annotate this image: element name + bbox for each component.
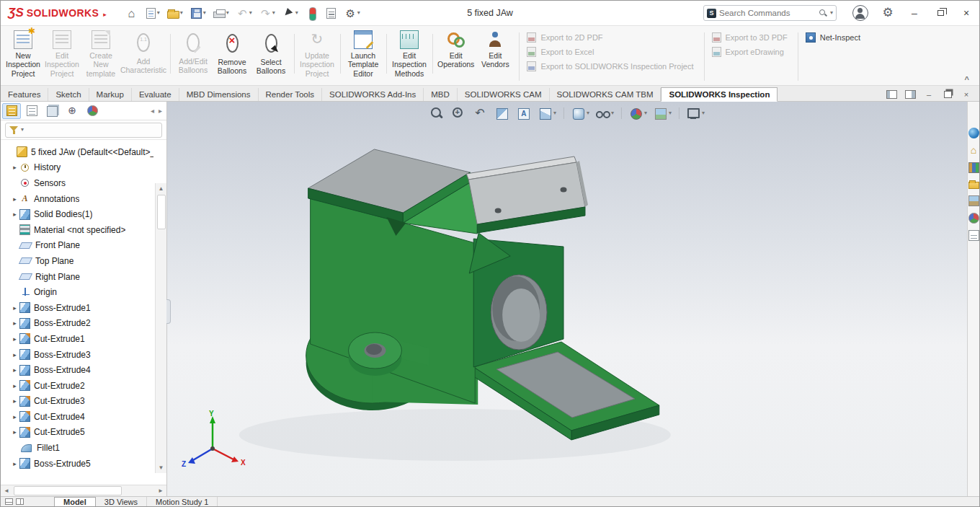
command-tab[interactable]: SOLIDWORKS Inspection — [661, 87, 778, 102]
split-horizontal-icon[interactable] — [5, 498, 13, 505]
quick-access-button[interactable]: ▾ — [233, 4, 255, 22]
expand-arrow-icon[interactable]: ▸ — [10, 164, 19, 171]
panel-splitter-handle[interactable] — [166, 299, 171, 324]
ribbon-button[interactable]: Edit Inspection Methods — [390, 28, 429, 79]
dropdown-caret-icon[interactable]: ▾ — [249, 10, 252, 16]
ribbon-button[interactable]: Add Characteristic — [120, 28, 166, 79]
hud-button[interactable]: ▾ — [650, 105, 674, 122]
quick-access-button[interactable]: ▾ — [210, 4, 232, 22]
hud-button[interactable] — [427, 105, 448, 122]
ribbon-button[interactable]: Create New template — [81, 28, 120, 79]
tabs-scroll-right-icon[interactable]: ▸ — [159, 107, 162, 115]
command-tab[interactable]: SOLIDWORKS CAM TBM — [550, 88, 662, 101]
dropdown-caret-icon[interactable]: ▾ — [357, 10, 360, 16]
reference-triad[interactable]: Y X Z — [180, 409, 249, 477]
doc-restore-icon[interactable] — [942, 89, 953, 100]
expand-arrow-icon[interactable]: ▸ — [10, 382, 19, 389]
ribbon-button[interactable]: Edit Vendors — [476, 28, 514, 79]
quick-access-button[interactable] — [323, 4, 340, 22]
split-vertical-icon[interactable] — [16, 498, 24, 505]
hud-button[interactable]: ▾ — [568, 105, 592, 122]
custom-properties-icon[interactable] — [968, 230, 979, 241]
model-3d-part[interactable] — [167, 102, 967, 496]
hud-button[interactable]: ▾ — [683, 105, 708, 122]
hud-button[interactable] — [448, 105, 470, 122]
tree-item[interactable]: ▸ Cut-Extrude5 — [2, 425, 153, 441]
export-button[interactable]: Export to 3D PDF — [712, 32, 788, 43]
expand-arrow-icon[interactable]: ▸ — [10, 397, 19, 405]
scroll-left-icon[interactable]: ◄ — [1, 488, 12, 494]
export-button[interactable]: Export to Excel — [527, 47, 693, 57]
tree-item[interactable]: ▸ Solid Bodies(1) — [2, 206, 153, 222]
dropdown-caret-icon[interactable]: ▾ — [180, 10, 183, 16]
hud-button[interactable] — [513, 105, 535, 122]
tree-item[interactable]: Front Plane — [2, 238, 153, 254]
tree-item[interactable]: Top Plane — [2, 253, 153, 269]
logo-caret-icon[interactable]: ▸ — [103, 11, 107, 18]
minimize-button[interactable]: – — [901, 1, 927, 26]
tree-item[interactable]: ▸ Boss-Extrude3 — [2, 347, 153, 363]
pane-right-icon[interactable] — [904, 89, 916, 100]
command-tab[interactable]: MBD Dimensions — [179, 88, 259, 101]
manager-tab[interactable] — [43, 103, 61, 119]
close-button[interactable]: × — [953, 1, 979, 26]
ribbon-collapse-button[interactable]: ^ — [962, 75, 972, 84]
tree-item[interactable]: ▸ Cut-Extrude3 — [2, 394, 153, 410]
command-tab[interactable]: Markup — [89, 88, 132, 101]
manager-tab[interactable] — [22, 103, 41, 119]
tree-item[interactable]: ▸ Boss-Extrude1 — [2, 300, 153, 316]
scroll-down-icon[interactable]: ▼ — [156, 462, 166, 473]
graphics-viewport[interactable]: ▾ ▾ ▾ ▾ — [167, 102, 967, 496]
doc-minimize-icon[interactable]: – — [923, 89, 935, 100]
dropdown-caret-icon[interactable]: ▾ — [272, 10, 275, 16]
hud-button[interactable]: ▾ — [535, 105, 559, 122]
manager-tab[interactable] — [2, 103, 21, 119]
ribbon-button[interactable]: Edit Operations — [436, 28, 476, 79]
tabs-scroll-left-icon[interactable]: ◂ — [151, 107, 154, 115]
ribbon-button[interactable]: Add/Edit Balloons — [174, 28, 213, 79]
tree-item[interactable]: ▸ Boss-Extrude2 — [2, 316, 153, 332]
scrollbar-thumb[interactable] — [14, 486, 122, 495]
dropdown-caret-icon[interactable]: ▾ — [611, 110, 614, 116]
command-tab[interactable]: Evaluate — [132, 88, 179, 101]
command-tab[interactable]: MBD — [424, 88, 458, 101]
tree-item[interactable]: Right Plane — [2, 269, 153, 285]
expand-arrow-icon[interactable]: ▸ — [10, 460, 19, 467]
hud-button[interactable]: ▾ — [625, 105, 650, 122]
ribbon-button[interactable]: Remove Balloons — [213, 28, 251, 79]
file-explorer-icon[interactable] — [968, 182, 979, 189]
quick-access-button[interactable]: ▾ — [342, 4, 363, 22]
tree-item[interactable]: ▸ History — [2, 160, 153, 176]
dropdown-caret-icon[interactable]: ▾ — [702, 110, 705, 116]
quick-access-button[interactable]: ▾ — [257, 4, 278, 22]
user-account-icon[interactable] — [852, 5, 868, 21]
command-tab[interactable]: Render Tools — [259, 88, 323, 101]
dropdown-caret-icon[interactable]: ▾ — [644, 110, 647, 116]
export-button[interactable]: Export to 2D PDF — [527, 32, 693, 43]
tree-item[interactable]: Fillet1 — [2, 440, 153, 456]
doc-close-icon[interactable]: × — [961, 89, 972, 100]
dropdown-caret-icon[interactable]: ▾ — [553, 110, 556, 116]
dropdown-caret-icon[interactable]: ▾ — [203, 10, 206, 16]
dropdown-caret-icon[interactable]: ▾ — [587, 110, 589, 116]
resources-home-icon[interactable] — [968, 145, 979, 156]
quick-access-button[interactable]: ▾ — [187, 4, 209, 22]
model-tab[interactable]: 3D Views — [96, 497, 147, 506]
filter-funnel-icon[interactable] — [9, 125, 19, 135]
search-icon[interactable] — [819, 9, 827, 17]
quick-access-button[interactable] — [303, 4, 321, 22]
tree-item[interactable]: ▸ Boss-Extrude4 — [2, 362, 153, 378]
quick-access-button[interactable]: ▾ — [280, 4, 301, 22]
gear-icon[interactable] — [880, 5, 896, 21]
search-commands-box[interactable]: S ▾ — [703, 5, 837, 21]
tree-item[interactable]: ▸ Cut-Extrude2 — [2, 378, 153, 394]
export-button[interactable]: Export eDrawing — [712, 47, 788, 57]
ribbon-button[interactable]: Launch Template Editor — [344, 28, 383, 79]
quick-access-button[interactable]: ▾ — [143, 4, 163, 22]
scrollbar-thumb[interactable] — [157, 195, 166, 229]
net-inspect-button[interactable]: Net-Inspect — [806, 32, 860, 43]
design-library-icon[interactable] — [968, 162, 979, 173]
hud-button[interactable] — [491, 105, 513, 122]
command-tab[interactable]: Features — [1, 88, 48, 101]
command-tab[interactable]: SOLIDWORKS CAM — [458, 88, 550, 101]
